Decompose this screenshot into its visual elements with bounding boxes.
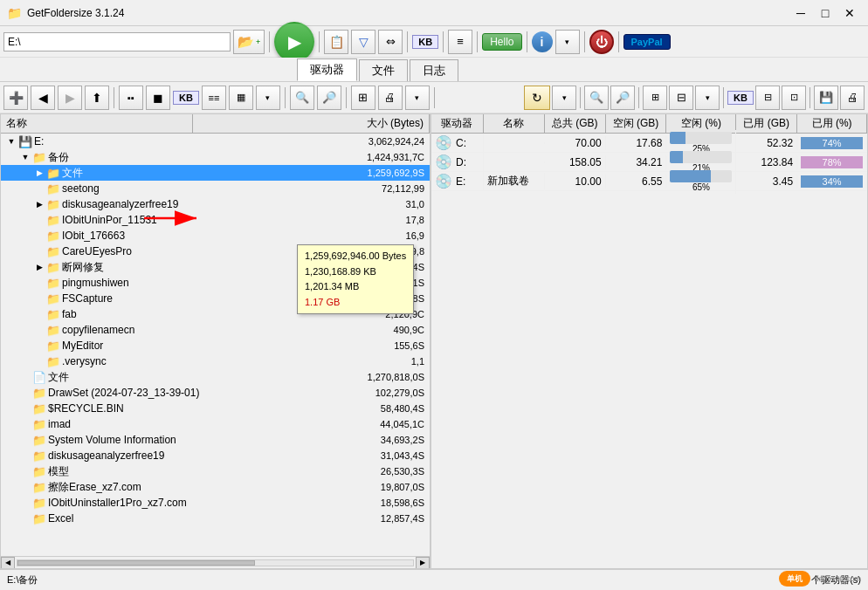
refresh-dropdown[interactable]: ▾	[552, 86, 576, 110]
drive-row-c[interactable]: 💿C: 70.00 17.68 25% 52.32 74%	[431, 134, 867, 153]
col-used-gb[interactable]: 已用 (GB)	[736, 114, 797, 133]
tree-item-myeditor[interactable]: 📁 MyEditor 155,6S	[1, 338, 430, 353]
expander-backup[interactable]: ▼	[18, 153, 32, 161]
expander-network[interactable]: ▶	[32, 263, 46, 271]
power-button[interactable]: ⏻	[589, 30, 614, 54]
search-icon-button[interactable]: 🔍	[290, 86, 314, 110]
tree-item-seetong[interactable]: 📁 seetong 72,112,99	[1, 181, 430, 196]
col-name[interactable]: 名称	[484, 114, 545, 133]
expander-diskusage[interactable]: ▶	[32, 200, 46, 209]
details-button[interactable]: ≡≡	[202, 86, 226, 110]
info-dropdown-button[interactable]: ▾	[555, 30, 580, 54]
tree-item-file[interactable]: 📄 文件 1,270,818,0S	[1, 369, 430, 385]
expand-dropdown[interactable]: ▾	[695, 86, 720, 110]
tab-files[interactable]: 文件	[359, 59, 408, 81]
col-header-name[interactable]: 名称	[1, 114, 193, 133]
info-button[interactable]: i	[532, 31, 553, 52]
col-drive[interactable]: 驱动器	[431, 114, 484, 133]
tree-item-iobit2[interactable]: 📁 IObit_176663 16,9	[1, 228, 430, 244]
collapse-button[interactable]: ⊟	[669, 86, 693, 110]
horizontal-scrollbar[interactable]: ◀ ▶	[1, 556, 430, 568]
expander-files[interactable]: ▶	[32, 168, 46, 177]
copy-button[interactable]: 📋	[324, 30, 348, 54]
path-input[interactable]	[3, 32, 231, 51]
zoom-out-button[interactable]: 🔎	[610, 86, 635, 110]
filter-button[interactable]: ▽	[351, 30, 375, 54]
back-button[interactable]: ◀	[31, 86, 55, 110]
drive-d-used-pct: 78%	[797, 154, 867, 170]
folder-icon-ping: 📁	[46, 277, 60, 290]
tree-item-iobit1[interactable]: 📁 IObitUninPor_11531 17,8	[1, 212, 430, 228]
print2-button[interactable]: 🖨	[840, 86, 865, 110]
save-button[interactable]: 💾	[814, 86, 838, 110]
add-button[interactable]: ➕	[3, 86, 28, 110]
folder-icon-files: 📁	[46, 167, 60, 180]
col-total[interactable]: 总共 (GB)	[545, 114, 606, 133]
expand2-button[interactable]: ⊞	[643, 86, 667, 110]
print-dropdown[interactable]: ▾	[405, 86, 430, 110]
summary-button[interactable]: ≡	[448, 30, 472, 54]
col-fit-button[interactable]: ⊟	[755, 86, 780, 110]
forward-button[interactable]: ▶	[58, 86, 82, 110]
tree-item-files-selected[interactable]: ▶ 📁 文件 1,259,692,9S	[1, 165, 430, 181]
close-button[interactable]: ✕	[838, 4, 861, 22]
refresh-button[interactable]: ↻	[524, 86, 550, 110]
tree-item-recycle[interactable]: 📁 $RECYCLE.BIN 58,480,4S	[1, 401, 430, 416]
maximize-button[interactable]: □	[814, 4, 837, 22]
tree-item-excel[interactable]: 📁 Excel 12,857,4S	[1, 511, 430, 526]
folder-icon-backup: 📁	[32, 151, 46, 164]
small-icon-button[interactable]: ▪▪	[119, 86, 143, 110]
tree-item-backup[interactable]: ▼ 📁 备份 1,424,931,7C	[1, 149, 430, 165]
drive-row-d[interactable]: 💿D: 158.05 34.21 21% 123.84 78%	[431, 153, 867, 172]
kb-button2[interactable]: KB	[173, 91, 199, 105]
kb-button[interactable]: KB	[412, 35, 438, 49]
folder-icon-sysvolinfo: 📁	[32, 434, 46, 447]
drive-row-e[interactable]: 💿E: 新加载卷 10.00 6.55 65% 3.45 34%	[431, 172, 867, 191]
open-folder-button[interactable]: 📂+	[233, 30, 265, 54]
tree-item-iobituninstall[interactable]: 📁 IObitUninstaller1Pro_xz7.com 18,598,6S	[1, 495, 430, 511]
tree-item-model[interactable]: 📁 模型 26,530,3S	[1, 463, 430, 479]
tree-item-erase[interactable]: 📁 擦除Erase_xz7.com 19,807,0S	[1, 479, 430, 495]
item-size-imad: 44,045,1C	[334, 419, 430, 429]
drive-e-total: 10.00	[545, 175, 606, 189]
graph-button[interactable]: ▦	[229, 86, 253, 110]
tree-item-sysvolinfo[interactable]: 📁 System Volume Information 34,693,2S	[1, 432, 430, 448]
paypal-button[interactable]: PayPal	[623, 34, 671, 50]
large-icon-button[interactable]: ◼	[146, 86, 170, 110]
play-button[interactable]: ▶	[274, 22, 314, 62]
dropdown-button[interactable]: ▾	[256, 86, 280, 110]
tree-item-e-drive[interactable]: ▼ 💾 E: 3,062,924,24	[1, 134, 430, 149]
tree-item-diskusage2[interactable]: 📁 diskusageanalyzerfree19 31,043,4S	[1, 448, 430, 463]
zoom-in-button[interactable]: 🔍	[584, 86, 609, 110]
folder-icon-copy: 📁	[46, 324, 60, 337]
item-name-fscapture: FSCapture	[60, 292, 334, 305]
item-name-iobit1: IObitUninPor_11531	[60, 214, 334, 226]
hello-button[interactable]: Hello	[482, 33, 521, 51]
col-used-pct[interactable]: 已用 (%)	[797, 114, 867, 133]
col-free[interactable]: 空闲 (GB)	[606, 114, 667, 133]
item-name-verysync: .verysync	[60, 355, 334, 367]
drive-table-header: 驱动器 名称 总共 (GB) 空闲 (GB) 空闲 (%) 已用 (GB) 已用…	[431, 114, 867, 134]
kb-button3[interactable]: KB	[727, 91, 754, 105]
swap-button[interactable]: ⇔	[378, 30, 403, 54]
tab-drives[interactable]: 驱动器	[297, 58, 357, 81]
col-header-size[interactable]: 大小 (Bytes)	[193, 114, 430, 133]
separator11	[346, 87, 347, 108]
tree-item-copy[interactable]: 📁 copyfilenamecn 490,9C	[1, 322, 430, 338]
item-name-imad: imad	[46, 418, 334, 430]
search2-button[interactable]: 🔎	[317, 86, 341, 110]
minimize-button[interactable]: ─	[789, 4, 812, 22]
tree-item-verysync[interactable]: 📁 .verysync 1,1	[1, 353, 430, 369]
expand-button[interactable]: ⊞	[351, 86, 375, 110]
up-button[interactable]: ⬆	[85, 86, 109, 110]
logo-badge: 单机	[779, 571, 810, 587]
drive-panel: 驱动器 名称 总共 (GB) 空闲 (GB) 空闲 (%) 已用 (GB) 已用…	[431, 114, 867, 568]
item-name-files: 文件	[60, 166, 334, 181]
tree-item-diskusage[interactable]: ▶ 📁 diskusageanalyzerfree19 31,0	[1, 196, 430, 212]
col-auto-button[interactable]: ⊡	[782, 86, 806, 110]
tab-log[interactable]: 日志	[410, 59, 458, 81]
print-button[interactable]: 🖨	[378, 86, 403, 110]
expander-e[interactable]: ▼	[4, 137, 18, 146]
tree-item-imad[interactable]: 📁 imad 44,045,1C	[1, 416, 430, 432]
tree-item-drawset[interactable]: 📁 DrawSet (2024-07-23_13-39-01) 102,279,…	[1, 385, 430, 401]
